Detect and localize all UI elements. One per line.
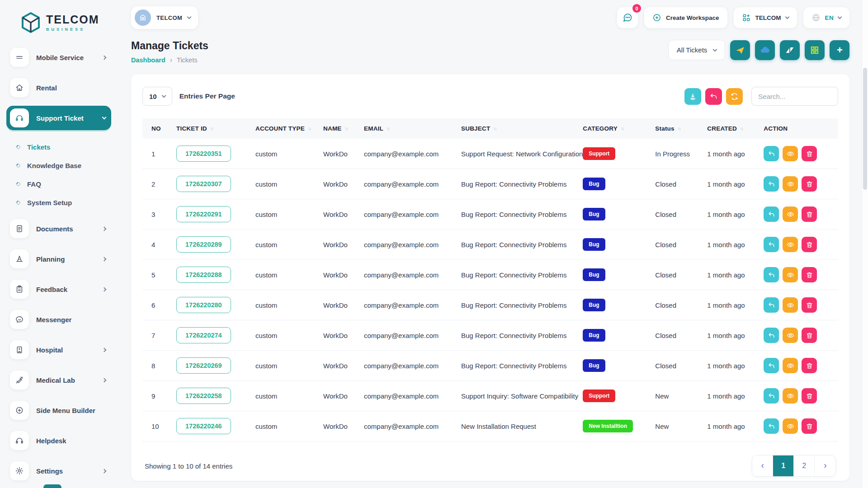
sidebar-item-support-ticket[interactable]: Support Ticket (6, 106, 111, 130)
sidebar-item-medical-lab[interactable]: Medical Lab (6, 368, 111, 392)
sidebar-item-side-menu-builder[interactable]: Side Menu Builder (6, 398, 111, 422)
cell-account-type: custom (255, 332, 323, 339)
delete-button[interactable] (802, 388, 817, 404)
brand-logo[interactable]: TELCOM BUSINESS (0, 8, 118, 45)
salesforce-integration-button[interactable] (755, 40, 775, 60)
column-header-email[interactable]: EMAIL↑↓ (364, 125, 461, 132)
ticket-id-button[interactable]: 1726220291 (176, 206, 231, 222)
qr-grid-button[interactable] (805, 40, 825, 60)
ticket-filter-dropdown[interactable]: All Tickets (668, 40, 726, 60)
reply-button[interactable] (764, 267, 779, 282)
cell-action (764, 146, 838, 161)
reset-button[interactable] (705, 88, 722, 105)
sidebar-item-mobile-service[interactable]: Mobile Service (6, 45, 111, 70)
reply-button[interactable] (764, 388, 779, 404)
reply-button[interactable] (764, 328, 779, 343)
entries-per-page-select[interactable]: 10 (142, 87, 172, 106)
view-button[interactable] (783, 237, 798, 252)
sidebar-item-feedback[interactable]: Feedback (6, 277, 111, 301)
app-switcher-button[interactable]: TELCOM (734, 7, 797, 28)
pagination-prev-button[interactable]: ‹ (752, 455, 773, 476)
ticket-id-button[interactable]: 1726220351 (176, 145, 231, 162)
sidebar-item-documents[interactable]: Documents (6, 216, 111, 241)
view-button[interactable] (783, 418, 798, 434)
delete-button[interactable] (802, 146, 817, 161)
ticket-id-button[interactable]: 1726220288 (176, 267, 231, 283)
ticket-id-button[interactable]: 1726220246 (176, 418, 231, 434)
export-button[interactable] (684, 88, 701, 105)
pagination-page-1[interactable]: 1 (773, 455, 794, 476)
reply-button[interactable] (764, 146, 779, 161)
reply-button[interactable] (764, 176, 779, 192)
add-ticket-button[interactable]: + (830, 40, 849, 60)
view-button[interactable] (783, 206, 798, 222)
view-button[interactable] (783, 176, 798, 192)
zendesk-integration-button[interactable] (780, 40, 800, 60)
sidebar-item-label: Rental (36, 84, 106, 92)
ticket-id-button[interactable]: 1726220289 (176, 236, 231, 253)
breadcrumb-dashboard-link[interactable]: Dashboard (131, 56, 165, 64)
messages-button[interactable]: 0 (617, 7, 638, 28)
column-header-ticket_id[interactable]: TICKET ID↑↓ (176, 125, 255, 132)
view-button[interactable] (783, 297, 798, 313)
reply-button[interactable] (764, 358, 779, 373)
column-header-status[interactable]: Status↑↓ (655, 125, 707, 132)
sidebar-subitem-tickets[interactable]: Tickets (6, 138, 111, 156)
sidebar-item-rental[interactable]: Rental (6, 75, 111, 100)
column-header-name[interactable]: NAME↑↓ (323, 125, 364, 132)
pagination-page-2[interactable]: 2 (794, 455, 815, 476)
freshdesk-integration-button[interactable] (730, 40, 750, 60)
sidebar-partial-item[interactable] (43, 484, 61, 488)
delete-button[interactable] (802, 176, 817, 192)
search-input[interactable] (751, 87, 838, 106)
eye-icon (787, 271, 794, 279)
ticket-id-button[interactable]: 1726220258 (176, 388, 231, 404)
sidebar-subitem-system-setup[interactable]: System Setup (6, 193, 111, 212)
sidebar-subitem-knowledge-base[interactable]: Knowledge Base (6, 156, 111, 175)
sidebar-subitem-faq[interactable]: FAQ (6, 175, 111, 193)
column-label: EMAIL (364, 125, 383, 132)
breadcrumb: Dashboard › Tickets (131, 56, 208, 64)
column-header-account_type[interactable]: ACCOUNT TYPE↑↓ (255, 125, 323, 132)
ticket-id-button[interactable]: 1726220307 (176, 176, 231, 192)
sort-icon: ↑↓ (387, 126, 389, 131)
sidebar-item-planning[interactable]: Planning (6, 247, 111, 271)
ticket-filter-label: All Tickets (677, 46, 708, 54)
workspace-selector[interactable]: TELCOM (131, 6, 198, 29)
ticket-id-button[interactable]: 1726220280 (176, 297, 231, 313)
sidebar-item-helpdesk[interactable]: Helpdesk (6, 428, 111, 453)
delete-button[interactable] (802, 418, 817, 434)
reply-button[interactable] (764, 237, 779, 252)
sidebar-item-settings[interactable]: Settings (6, 459, 111, 483)
reply-button[interactable] (764, 297, 779, 313)
delete-button[interactable] (802, 237, 817, 252)
language-selector[interactable]: EN (803, 7, 850, 28)
delete-button[interactable] (802, 206, 817, 222)
refresh-button[interactable] (726, 88, 743, 105)
scrollbar-thumb[interactable] (863, 68, 867, 190)
pagination-next-button[interactable]: › (815, 455, 835, 476)
column-header-category[interactable]: CATEGORY↑↓ (583, 125, 655, 132)
view-button[interactable] (783, 267, 798, 282)
view-button[interactable] (783, 328, 798, 343)
ticket-id-button[interactable]: 1726220269 (176, 357, 231, 374)
column-header-subject[interactable]: SUBJECT↑↓ (461, 125, 583, 132)
delete-button[interactable] (802, 358, 817, 373)
chevron-down-icon (102, 115, 107, 120)
view-button[interactable] (783, 388, 798, 404)
reply-button[interactable] (764, 418, 779, 434)
delete-button[interactable] (802, 328, 817, 343)
ticket-id-button[interactable]: 1726220274 (176, 327, 231, 343)
delete-button[interactable] (802, 297, 817, 313)
column-header-created[interactable]: CREATED↑↓ (707, 125, 764, 132)
create-workspace-button[interactable]: Create Workspace (644, 7, 727, 28)
delete-button[interactable] (802, 267, 817, 282)
view-button[interactable] (783, 146, 798, 161)
cell-created: 1 month ago (707, 362, 764, 370)
view-button[interactable] (783, 358, 798, 373)
sidebar-item-messenger[interactable]: Messenger (6, 307, 111, 332)
scrollbar-track[interactable] (862, 0, 868, 488)
column-label: SUBJECT (461, 125, 490, 132)
reply-button[interactable] (764, 206, 779, 222)
sidebar-item-hospital[interactable]: Hospital (6, 338, 111, 362)
